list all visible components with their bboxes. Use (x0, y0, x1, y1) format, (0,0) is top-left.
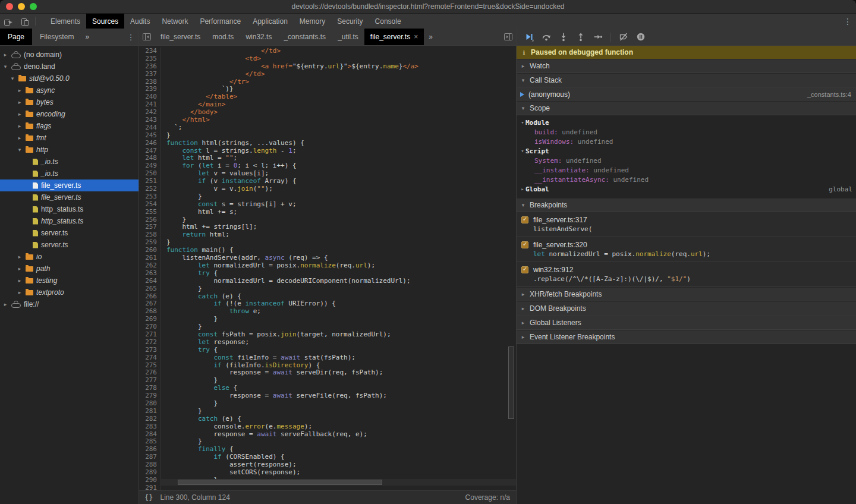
horizontal-scrollbar-thumb[interactable] (178, 480, 382, 485)
line-number[interactable]: 261 (139, 254, 161, 262)
line-number[interactable]: 264 (139, 278, 161, 285)
close-button[interactable] (6, 3, 13, 10)
tree-item-path[interactable]: ▸path (0, 263, 139, 275)
section-event-listener-breakpoints[interactable]: ▸Event Listener Breakpoints (517, 330, 856, 344)
show-debugger-icon[interactable] (501, 29, 516, 45)
resume-icon[interactable] (521, 30, 537, 43)
step-into-icon[interactable] (556, 30, 571, 43)
line-number[interactable]: 273 (139, 346, 161, 354)
tree-item-server.ts[interactable]: server.ts (0, 227, 139, 239)
main-tab-application[interactable]: Application (247, 14, 294, 29)
file-tab-_util.ts[interactable]: _util.ts (332, 29, 364, 45)
more-options-icon[interactable]: ⋮ (839, 14, 856, 29)
tree-item-fmt[interactable]: ▸fmt (0, 132, 139, 144)
file-tab-file_server.ts[interactable]: file_server.ts× (364, 29, 424, 45)
scope-group-module[interactable]: ▾Module (517, 118, 856, 127)
breakpoint-checkbox[interactable] (521, 241, 528, 248)
breakpoint-item[interactable]: file_server.ts:317listenAndServe( (517, 212, 856, 237)
section-watch[interactable]: ▸ Watch (517, 59, 856, 73)
tree-item-deno.land[interactable]: ▾deno.land (0, 61, 139, 73)
line-number[interactable]: 265 (139, 285, 161, 293)
tree-item-encoding[interactable]: ▸encoding (0, 108, 139, 120)
navigator-more-icon[interactable]: ⋮ (123, 29, 139, 45)
tree-item--no-domain-[interactable]: ▸(no domain) (0, 49, 139, 61)
pause-on-exceptions-icon[interactable] (633, 30, 649, 43)
main-tab-audits[interactable]: Audits (124, 14, 156, 29)
navigator-tabs-overflow[interactable]: » (81, 29, 93, 45)
main-tab-network[interactable]: Network (156, 14, 194, 29)
vertical-scrollbar-thumb[interactable] (508, 346, 514, 419)
line-number[interactable]: 281 (139, 408, 161, 415)
minimize-button[interactable] (18, 3, 25, 10)
inspect-element-icon[interactable] (0, 14, 17, 29)
file-tab-mod.ts[interactable]: mod.ts (206, 29, 240, 45)
section-global-listeners[interactable]: ▸Global Listeners (517, 316, 856, 330)
tree-item-io[interactable]: ▸io (0, 251, 139, 263)
line-number[interactable]: 252 (139, 185, 161, 193)
navigator-tab-filesystem[interactable]: Filesystem (32, 29, 81, 45)
tree-item-testing[interactable]: ▸testing (0, 275, 139, 286)
step-out-icon[interactable] (573, 30, 588, 43)
tree-item-http[interactable]: ▾http (0, 144, 139, 156)
line-number[interactable]: 280 (139, 400, 161, 408)
tree-item-file_server.ts[interactable]: file_server.ts (0, 191, 139, 203)
line-number[interactable]: 245 (139, 132, 161, 140)
breakpoint-checkbox[interactable] (521, 216, 528, 223)
tree-item-async[interactable]: ▸async (0, 84, 139, 96)
frame-location[interactable]: _constants.ts:4 (807, 91, 851, 98)
tree-item-http_status.ts[interactable]: http_status.ts (0, 203, 139, 215)
pretty-print-icon[interactable]: {} (139, 493, 160, 502)
step-icon[interactable] (590, 30, 606, 43)
line-number[interactable]: 290 (139, 477, 161, 484)
file-tab-file_server.ts[interactable]: file_server.ts (155, 29, 206, 45)
horizontal-scrollbar[interactable] (161, 479, 516, 486)
breakpoint-item[interactable]: file_server.ts:320let normalizedUrl = po… (517, 237, 856, 262)
line-number[interactable]: 274 (139, 354, 161, 362)
tree-item-_io.ts[interactable]: _io.ts (0, 156, 139, 168)
tree-item-std@v0.50.0[interactable]: ▾std@v0.50.0 (0, 73, 139, 84)
line-number[interactable]: 243 (139, 116, 161, 124)
tree-item-server.ts[interactable]: server.ts (0, 239, 139, 251)
line-number[interactable]: 291 (139, 484, 161, 490)
device-toolbar-icon[interactable] (17, 14, 33, 29)
line-number[interactable]: 272 (139, 339, 161, 346)
main-tab-console[interactable]: Console (369, 14, 407, 29)
code-editor[interactable]: 234 </td>235 <td>236 <a href="${entry.ur… (139, 46, 516, 490)
main-tab-elements[interactable]: Elements (45, 14, 86, 29)
section-scope[interactable]: ▾ Scope (517, 101, 856, 115)
line-number[interactable]: 283 (139, 423, 161, 431)
main-tab-security[interactable]: Security (331, 14, 369, 29)
line-number[interactable]: 282 (139, 415, 161, 423)
line-number[interactable]: 262 (139, 262, 161, 270)
line-number[interactable]: 289 (139, 469, 161, 477)
hide-navigator-icon[interactable] (139, 29, 155, 45)
breakpoint-checkbox[interactable] (521, 266, 528, 273)
tree-item-http_status.ts[interactable]: http_status.ts (0, 215, 139, 227)
tree-item-file_server.ts[interactable]: file_server.ts (0, 179, 139, 191)
main-tab-performance[interactable]: Performance (194, 14, 247, 29)
zoom-button[interactable] (30, 3, 37, 10)
line-number[interactable]: 244 (139, 124, 161, 132)
step-over-icon[interactable] (539, 30, 554, 43)
line-number[interactable]: 254 (139, 201, 161, 209)
deactivate-breakpoints-icon[interactable] (616, 30, 631, 43)
line-number[interactable]: 235 (139, 55, 161, 63)
line-number[interactable]: 255 (139, 209, 161, 216)
line-number[interactable]: 246 (139, 140, 161, 147)
section-breakpoints[interactable]: ▾ Breakpoints (517, 198, 856, 212)
file-tab-win32.ts[interactable]: win32.ts (240, 29, 278, 45)
scope-group-script[interactable]: ▾Script (517, 146, 856, 156)
tree-item-_io.ts[interactable]: _io.ts (0, 168, 139, 179)
file-tab-_constants.ts[interactable]: _constants.ts (278, 29, 332, 45)
main-tab-sources[interactable]: Sources (86, 14, 124, 29)
tree-item-textproto[interactable]: ▸textproto (0, 286, 139, 298)
call-stack-frame[interactable]: (anonymous) _constants.ts:4 (517, 87, 856, 101)
line-number[interactable]: 234 (139, 48, 161, 55)
section-dom-breakpoints[interactable]: ▸DOM Breakpoints (517, 301, 856, 316)
navigator-tab-page[interactable]: Page (0, 29, 32, 45)
line-number[interactable]: 271 (139, 331, 161, 339)
file-tabs-overflow[interactable]: » (424, 29, 438, 45)
line-number[interactable]: 237 (139, 71, 161, 78)
section-xhr-fetch-breakpoints[interactable]: ▸XHR/fetch Breakpoints (517, 287, 856, 301)
line-number[interactable]: 253 (139, 193, 161, 201)
